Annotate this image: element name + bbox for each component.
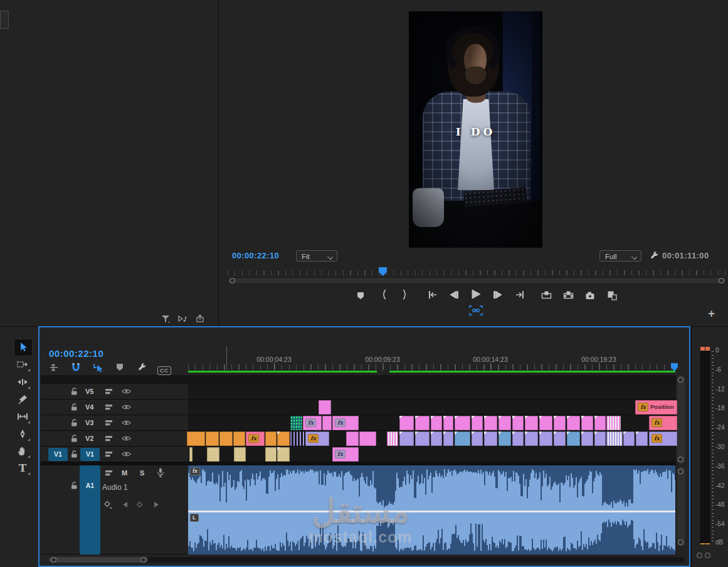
timeline-clip[interactable] (415, 416, 430, 430)
playback-resolution-select[interactable]: Full (599, 250, 641, 262)
hand-tool[interactable] (14, 443, 31, 459)
timeline-clip[interactable] (539, 432, 552, 446)
timeline-clip[interactable] (319, 400, 331, 415)
timeline-clip[interactable] (554, 416, 566, 430)
mark-out-icon[interactable] (399, 289, 409, 300)
solo-track-button[interactable]: S (140, 469, 144, 477)
scrollbar-left-grip[interactable] (51, 557, 56, 563)
monitor-scrollbar[interactable] (228, 277, 726, 284)
source-patch-button[interactable]: V1 (48, 448, 68, 461)
go-to-out-icon[interactable] (515, 290, 525, 300)
timeline-clip[interactable] (431, 432, 442, 446)
timeline-clip[interactable] (484, 416, 497, 430)
track-lock-icon[interactable] (70, 418, 78, 427)
settings-wrench-icon[interactable] (649, 251, 660, 262)
timeline-clip[interactable] (472, 416, 483, 430)
timeline-clip[interactable] (359, 432, 376, 446)
timeline-clip[interactable] (443, 416, 453, 430)
timeline-clip[interactable] (525, 416, 538, 430)
clip-fx-badge[interactable]: fx (335, 418, 346, 427)
panel-corner-tab[interactable] (0, 11, 9, 29)
clip-fx-badge[interactable]: fx (335, 450, 346, 458)
timeline-position-timecode[interactable]: 00:00:22:10 (49, 348, 103, 359)
audio-fx-badge[interactable]: fx (190, 467, 200, 475)
add-keyframe-icon[interactable] (136, 501, 143, 508)
audio-track-target-button[interactable]: A1 (80, 465, 100, 554)
track-visibility-eye-icon[interactable] (122, 403, 131, 411)
timeline-clip[interactable]: fx (305, 432, 329, 446)
slip-tool[interactable] (14, 408, 31, 425)
audio-sync-lock-icon[interactable] (105, 469, 113, 477)
timeline-clip[interactable] (277, 432, 290, 446)
timeline-clip[interactable] (539, 416, 552, 430)
timeline-clip[interactable]: fx (332, 447, 359, 462)
play-icon[interactable] (470, 289, 482, 300)
selection-tool[interactable] (14, 339, 33, 356)
track-name-label[interactable]: V3 (85, 419, 93, 427)
previous-keyframe-icon[interactable] (122, 501, 129, 508)
linked-selection-icon[interactable] (92, 363, 105, 374)
track-sync-lock-icon[interactable] (105, 388, 113, 395)
timeline-clip[interactable] (499, 416, 511, 430)
track-sync-lock-icon[interactable] (105, 419, 113, 427)
timeline-clip[interactable] (322, 416, 332, 430)
timeline-clip[interactable] (606, 432, 623, 446)
scrollbar-bottom-grip[interactable] (678, 457, 683, 462)
track-sync-lock-icon[interactable] (105, 435, 113, 442)
track-name-label[interactable]: V2 (85, 435, 93, 442)
timeline-clip[interactable] (207, 447, 219, 462)
timeline-clip[interactable] (399, 416, 414, 430)
timeline-clip[interactable] (290, 416, 302, 430)
go-to-in-icon[interactable] (427, 290, 438, 300)
program-video-preview[interactable]: I DO (409, 11, 542, 248)
timeline-clip[interactable]: fxPosition (635, 400, 677, 415)
timeline-clip[interactable] (484, 432, 497, 446)
scrollbar-left-grip[interactable] (229, 278, 235, 284)
timeline-clip[interactable]: fx (649, 432, 677, 446)
track-content-row[interactable] (188, 447, 676, 462)
clip-fx-badge[interactable]: fx (248, 434, 259, 443)
scrollbar-top-grip[interactable] (678, 377, 683, 383)
voiceover-record-mic-icon[interactable] (156, 467, 166, 478)
lift-icon[interactable] (541, 290, 552, 300)
timeline-add-marker-icon[interactable] (115, 363, 128, 374)
mute-track-button[interactable]: M (122, 469, 127, 477)
timeline-clip[interactable] (265, 432, 277, 446)
timeline-clip[interactable] (472, 432, 483, 446)
track-name-label[interactable]: V5 (85, 388, 93, 395)
captions-button[interactable]: CC (157, 364, 171, 375)
timeline-clip[interactable] (189, 447, 193, 462)
timeline-clip[interactable] (455, 416, 470, 430)
timeline-clip[interactable] (581, 432, 593, 446)
step-forward-icon[interactable] (493, 290, 503, 300)
timeline-clip[interactable] (594, 432, 606, 446)
timeline-clip[interactable] (623, 432, 635, 446)
track-name-label[interactable]: V4 (85, 403, 93, 411)
track-content-row[interactable] (188, 400, 676, 415)
timeline-clip[interactable] (606, 416, 621, 430)
clip-fx-badge[interactable]: fx (652, 434, 662, 443)
track-lock-icon[interactable] (70, 387, 78, 396)
timeline-clip[interactable] (455, 432, 470, 446)
monitor-scrub-ruler[interactable] (228, 267, 726, 275)
timeline-clip[interactable] (499, 432, 511, 446)
scrollbar-right-grip[interactable] (719, 278, 724, 284)
timeline-clip[interactable] (387, 432, 398, 446)
timeline-clip[interactable] (431, 416, 442, 430)
track-visibility-eye-icon[interactable] (122, 388, 131, 395)
comparison-view-icon[interactable] (607, 290, 618, 300)
mark-in-icon[interactable] (379, 289, 389, 300)
timeline-clip[interactable] (581, 416, 593, 430)
nest-sequence-toggle-icon[interactable] (48, 363, 61, 374)
timeline-clip[interactable] (443, 432, 453, 446)
export-frame-icon[interactable] (585, 290, 596, 300)
scrollbar-top-grip[interactable] (678, 469, 683, 474)
track-target-button[interactable]: V1 (80, 448, 100, 461)
audio-track-name[interactable]: Audio 1 (102, 483, 128, 492)
timeline-clip[interactable] (399, 432, 414, 446)
timeline-clip[interactable] (567, 416, 580, 430)
audio-lock-icon[interactable] (70, 481, 78, 490)
timeline-clip[interactable] (206, 432, 219, 446)
ripple-edit-tool[interactable] (14, 374, 31, 390)
extract-icon[interactable] (563, 290, 574, 300)
